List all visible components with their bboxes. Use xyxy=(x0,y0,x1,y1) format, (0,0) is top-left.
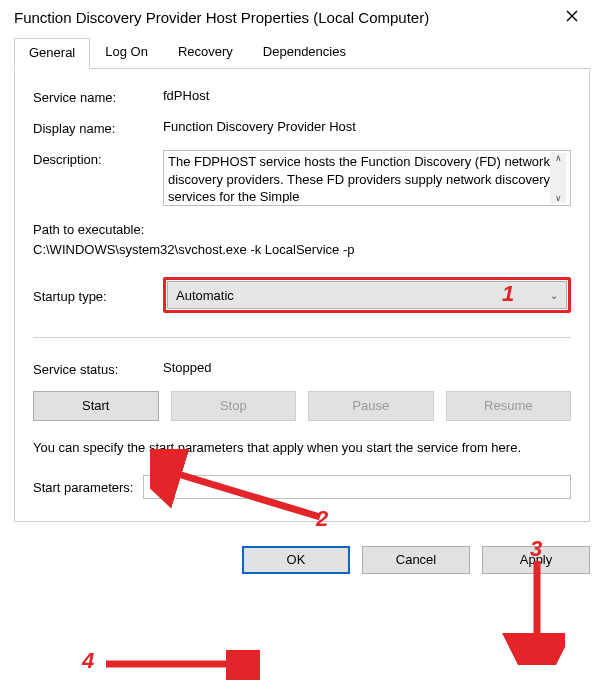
startup-type-highlight: Automatic ⌄ xyxy=(163,277,571,313)
tab-dependencies[interactable]: Dependencies xyxy=(248,37,361,68)
label-startup-type: Startup type: xyxy=(33,287,163,304)
label-service-name: Service name: xyxy=(33,88,163,105)
close-icon xyxy=(566,10,578,22)
resume-button: Resume xyxy=(446,391,572,421)
label-path: Path to executable: xyxy=(33,220,571,240)
close-button[interactable] xyxy=(552,8,592,26)
tab-logon[interactable]: Log On xyxy=(90,37,163,68)
chevron-down-icon: ⌄ xyxy=(550,290,558,301)
value-path: C:\WINDOWS\system32\svchost.exe -k Local… xyxy=(33,240,571,260)
scroll-up-icon[interactable]: ∧ xyxy=(555,153,562,163)
label-description: Description: xyxy=(33,150,163,167)
start-button[interactable]: Start xyxy=(33,391,159,421)
label-service-status: Service status: xyxy=(33,360,163,377)
cancel-button[interactable]: Cancel xyxy=(362,546,470,574)
value-description: The FDPHOST service hosts the Function D… xyxy=(168,153,550,203)
startup-type-value: Automatic xyxy=(176,288,234,303)
scroll-down-icon[interactable]: ∨ xyxy=(555,193,562,203)
startup-type-select[interactable]: Automatic ⌄ xyxy=(167,281,567,309)
annotation-4: 4 xyxy=(82,648,94,674)
description-scrollbar[interactable]: ∧ ∨ xyxy=(550,153,566,203)
general-panel: Service name: fdPHost Display name: Func… xyxy=(14,68,590,522)
annotation-arrow-4 xyxy=(100,650,260,680)
apply-button[interactable]: Apply xyxy=(482,546,590,574)
label-display-name: Display name: xyxy=(33,119,163,136)
pause-button: Pause xyxy=(308,391,434,421)
tab-general[interactable]: General xyxy=(14,38,90,69)
value-service-name: fdPHost xyxy=(163,88,571,103)
stop-button: Stop xyxy=(171,391,297,421)
label-start-parameters: Start parameters: xyxy=(33,480,133,495)
ok-button[interactable]: OK xyxy=(242,546,350,574)
window-title: Function Discovery Provider Host Propert… xyxy=(14,9,429,26)
hint-text: You can specify the start parameters tha… xyxy=(33,439,571,457)
tab-recovery[interactable]: Recovery xyxy=(163,37,248,68)
tabstrip: General Log On Recovery Dependencies xyxy=(14,37,590,69)
start-parameters-input[interactable] xyxy=(143,475,571,499)
description-box: The FDPHOST service hosts the Function D… xyxy=(163,150,571,206)
value-service-status: Stopped xyxy=(163,360,211,377)
divider xyxy=(33,337,571,338)
value-display-name: Function Discovery Provider Host xyxy=(163,119,571,134)
